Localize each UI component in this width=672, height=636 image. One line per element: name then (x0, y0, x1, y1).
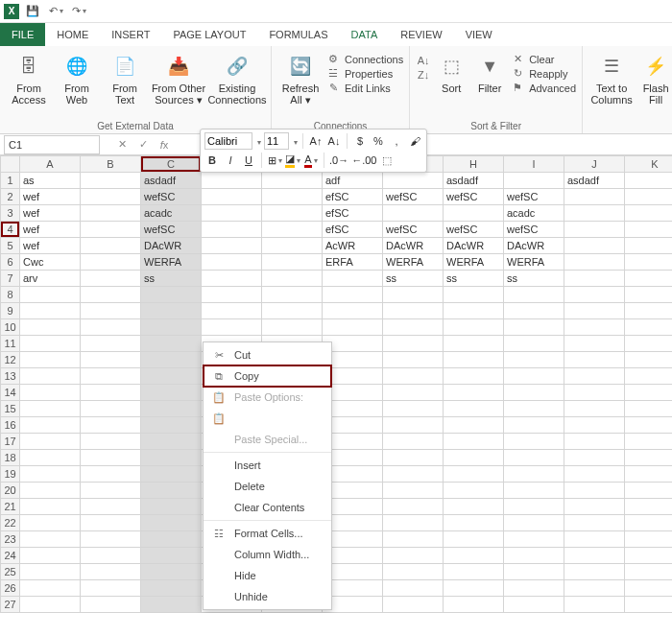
cell-G1[interactable] (383, 173, 444, 189)
cell-B22[interactable] (81, 515, 141, 531)
cell-E5[interactable] (262, 238, 323, 254)
row-header-1[interactable]: 1 (1, 173, 20, 189)
cell-J13[interactable] (564, 368, 625, 385)
cell-B2[interactable] (81, 189, 141, 205)
cell-I9[interactable] (504, 303, 564, 319)
cell-I25[interactable] (504, 564, 564, 580)
cell-A16[interactable] (20, 417, 81, 434)
cell-G10[interactable] (383, 319, 444, 336)
cell-K26[interactable] (625, 580, 673, 597)
ctx-insert[interactable]: Insert (204, 455, 331, 476)
cell-H12[interactable] (444, 352, 504, 368)
col-header-I[interactable]: I (504, 156, 564, 173)
cell-D10[interactable] (202, 319, 262, 336)
col-header-J[interactable]: J (564, 156, 625, 173)
fx-icon[interactable]: fx (154, 139, 175, 151)
cell-A23[interactable] (20, 531, 81, 548)
cell-I2[interactable]: wefSC (504, 189, 564, 205)
cell-H18[interactable] (444, 450, 504, 466)
cell-K8[interactable] (625, 287, 673, 303)
cell-H6[interactable]: WERFA (444, 254, 504, 271)
tab-page-layout[interactable]: PAGE LAYOUT (161, 23, 257, 46)
cell-F2[interactable]: efSC (323, 189, 383, 205)
col-header-K[interactable]: K (625, 156, 673, 173)
cell-H10[interactable] (444, 319, 504, 336)
font-color-icon[interactable]: A (303, 152, 319, 169)
ctx-column-width[interactable]: Column Width... (204, 544, 331, 565)
cell-K14[interactable] (625, 385, 673, 401)
cell-C4[interactable]: wefSC (141, 222, 202, 238)
col-header-B[interactable]: B (81, 156, 141, 173)
cell-A11[interactable] (20, 336, 81, 352)
cell-C6[interactable]: WERFA (141, 254, 202, 271)
format-painter-icon[interactable]: 🖌 (407, 132, 422, 150)
cell-J21[interactable] (564, 499, 625, 515)
cell-C11[interactable] (141, 336, 202, 352)
ctx-hide[interactable]: Hide (204, 565, 331, 586)
cell-B11[interactable] (81, 336, 141, 352)
cell-A26[interactable] (20, 580, 81, 597)
cell-D6[interactable] (202, 254, 262, 271)
decrease-font-icon[interactable]: A↓ (326, 132, 342, 150)
cell-B20[interactable] (81, 483, 141, 499)
tab-home[interactable]: HOME (45, 23, 100, 46)
sort-za-button[interactable]: Z↓ (416, 68, 431, 82)
cell-I10[interactable] (504, 319, 564, 336)
cell-C19[interactable] (141, 466, 202, 483)
cell-G19[interactable] (383, 466, 444, 483)
existing-connections-button[interactable]: 🔗Existing Connections (209, 50, 265, 106)
cell-J1[interactable]: asdadf (564, 173, 625, 189)
cell-B9[interactable] (81, 303, 141, 319)
increase-decimal-icon[interactable]: .0→ (329, 152, 348, 169)
cell-G16[interactable] (383, 417, 444, 434)
refresh-all-button[interactable]: 🔄Refresh All ▾ (277, 50, 324, 106)
properties-button[interactable]: ☱Properties (325, 66, 403, 81)
cell-J16[interactable] (564, 417, 625, 434)
cell-J3[interactable] (564, 205, 625, 222)
cell-A25[interactable] (20, 564, 81, 580)
row-header-20[interactable]: 20 (1, 483, 20, 499)
cell-E9[interactable] (262, 303, 323, 319)
cell-H9[interactable] (444, 303, 504, 319)
increase-font-icon[interactable]: A↑ (308, 132, 324, 150)
cell-I23[interactable] (504, 531, 564, 548)
cell-B1[interactable] (81, 173, 141, 189)
cell-E2[interactable] (262, 189, 323, 205)
cell-A21[interactable] (20, 499, 81, 515)
row-header-27[interactable]: 27 (1, 597, 20, 613)
cell-J24[interactable] (564, 548, 625, 564)
cell-F5[interactable]: AcWR (323, 238, 383, 254)
cell-G5[interactable]: DAcWR (383, 238, 444, 254)
cell-G6[interactable]: WERFA (383, 254, 444, 271)
cell-G21[interactable] (383, 499, 444, 515)
row-header-17[interactable]: 17 (1, 434, 20, 450)
cell-A5[interactable]: wef (20, 238, 81, 254)
bold-button[interactable]: B (204, 152, 220, 169)
cell-K2[interactable] (625, 189, 673, 205)
cell-D2[interactable] (202, 189, 262, 205)
cell-I15[interactable] (504, 401, 564, 417)
underline-button[interactable]: U (241, 152, 256, 169)
filter-button[interactable]: ▼Filter (471, 50, 508, 94)
col-header-C[interactable]: C (141, 156, 202, 173)
cell-E10[interactable] (262, 319, 323, 336)
row-header-2[interactable]: 2 (1, 189, 20, 205)
save-icon[interactable]: 💾 (23, 2, 42, 21)
enter-formula-icon[interactable]: ✓ (132, 138, 154, 151)
cell-I13[interactable] (504, 368, 564, 385)
cell-A8[interactable] (20, 287, 81, 303)
cell-K17[interactable] (625, 434, 673, 450)
row-header-26[interactable]: 26 (1, 580, 20, 597)
cell-C26[interactable] (141, 580, 202, 597)
cell-F1[interactable]: adf (323, 173, 383, 189)
cell-C2[interactable]: wefSC (141, 189, 202, 205)
cell-B23[interactable] (81, 531, 141, 548)
cell-J4[interactable] (564, 222, 625, 238)
cell-D8[interactable] (202, 287, 262, 303)
cell-G9[interactable] (383, 303, 444, 319)
cell-I3[interactable]: acadc (504, 205, 564, 222)
cell-B7[interactable] (81, 271, 141, 287)
cell-H15[interactable] (444, 401, 504, 417)
row-header-6[interactable]: 6 (1, 254, 20, 271)
cell-C20[interactable] (141, 483, 202, 499)
